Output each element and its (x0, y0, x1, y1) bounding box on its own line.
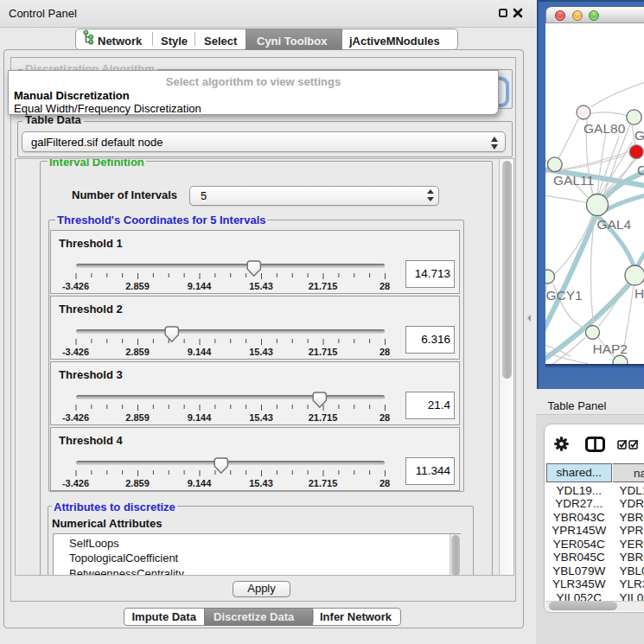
svg-text:HAP2: HAP2 (593, 341, 628, 356)
svg-text:GAL80: GAL80 (583, 120, 626, 135)
svg-text:GA: GA (634, 127, 644, 142)
svg-text:GCY1: GCY1 (546, 288, 583, 303)
svg-text:H: H (634, 286, 644, 301)
svg-text:GAL4: GAL4 (597, 216, 632, 231)
svg-text:C: C (637, 162, 644, 176)
svg-text:GAL11: GAL11 (553, 173, 594, 188)
